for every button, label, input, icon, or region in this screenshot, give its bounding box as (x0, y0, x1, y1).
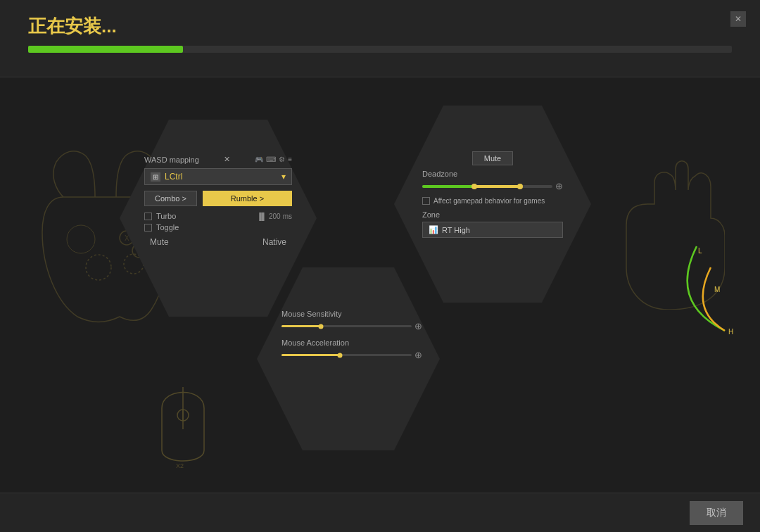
acceleration-icon: ⊕ (414, 350, 422, 360)
zone-dropdown[interactable]: 📊 RT High (422, 222, 563, 238)
sensitivity-slider-row: ⊕ (281, 321, 422, 331)
deadzone-label: Deadzone (422, 170, 563, 178)
progress-bar-fill (28, 46, 183, 53)
acceleration-thumb[interactable] (338, 353, 343, 357)
turbo-checkbox[interactable] (144, 213, 152, 220)
zone-value: RT High (442, 226, 470, 234)
mapping-footer: Mute Native (144, 236, 292, 248)
deadzone-panel: Mute Deadzone ⊕ Affect gamepad behavior … (422, 151, 563, 238)
mapping-header-icons: 🎮 ⌨ ⚙ ≡ (255, 156, 292, 163)
affect-label: Affect gamepad behavior for games (433, 197, 545, 205)
zone-bars-icon: 📊 (429, 225, 438, 234)
deadzone-slider-icon: ⊕ (555, 181, 563, 191)
acceleration-label: Mouse Acceleration (281, 338, 422, 347)
arc-container: H M L (654, 232, 739, 345)
deadzone-fill-green (422, 185, 474, 188)
page-title: 正在安装... (28, 14, 117, 39)
mapping-header: WASD mapping ✕ 🎮 ⌨ ⚙ ≡ (144, 155, 292, 164)
acceleration-slider-row: ⊕ (281, 350, 422, 360)
svg-text:X2: X2 (176, 462, 184, 469)
sensitivity-label: Mouse Sensitivity (281, 310, 422, 318)
sensitivity-icon: ⊕ (414, 321, 422, 331)
toggle-row: Toggle (144, 223, 292, 232)
icon-wifi: ≡ (288, 156, 292, 163)
svg-point-9 (86, 255, 111, 280)
cancel-button[interactable]: 取消 (690, 501, 743, 525)
key-dropdown-left: ⊞ LCtrl (151, 172, 182, 182)
rumble-button[interactable]: Rumble > (203, 191, 292, 206)
dropdown-arrow-icon: ▾ (281, 172, 286, 182)
combo-row: Combo > Rumble > (144, 191, 292, 206)
mouse-panel: Mouse Sensitivity ⊕ Mouse Acceleration ⊕ (281, 310, 422, 367)
close-button[interactable]: ✕ (730, 11, 746, 27)
mapping-close-icon[interactable]: ✕ (224, 155, 230, 164)
key-flag: ⊞ (151, 172, 160, 182)
mouse-outline: X2 (155, 373, 211, 464)
mapping-panel: WASD mapping ✕ 🎮 ⌨ ⚙ ≡ ⊞ LCtrl ▾ Combo >… (144, 155, 292, 248)
sensitivity-thumb[interactable] (318, 324, 323, 329)
main-content: Y X B A X2 (0, 77, 760, 493)
mapping-title-label: WASD mapping (144, 156, 199, 164)
native-button[interactable]: Native (257, 236, 292, 248)
svg-text:M: M (714, 286, 720, 293)
icon-keyboard: ⌨ (266, 156, 276, 163)
acceleration-fill (281, 354, 340, 356)
icon-gamepad: 🎮 (255, 156, 263, 163)
deadzone-slider-track[interactable] (422, 185, 552, 188)
turbo-label: Turbo (156, 212, 176, 220)
combo-button[interactable]: Combo > (144, 191, 197, 206)
deadzone-thumb-left[interactable] (471, 184, 477, 189)
acceleration-slider-track[interactable] (281, 354, 412, 356)
sensitivity-slider-track[interactable] (281, 325, 412, 327)
turbo-value: ▐▌ 200 ms (257, 213, 292, 220)
icon-settings: ⚙ (279, 156, 285, 163)
bottom-bar: 取消 (0, 493, 760, 532)
affect-checkbox[interactable] (422, 197, 430, 205)
turbo-ms-unit: ms (283, 213, 292, 220)
toggle-label: Toggle (156, 223, 179, 232)
deadzone-mute-button[interactable]: Mute (472, 151, 513, 165)
svg-point-0 (67, 225, 95, 253)
deadzone-thumb-right[interactable] (517, 184, 523, 189)
key-value: LCtrl (165, 172, 182, 182)
turbo-row: Turbo ▐▌ 200 ms (144, 212, 292, 220)
sensitivity-fill (281, 325, 321, 327)
affect-row: Affect gamepad behavior for games (422, 197, 563, 205)
mute-button[interactable]: Mute (144, 236, 175, 248)
key-dropdown[interactable]: ⊞ LCtrl ▾ (144, 168, 292, 185)
top-bar: 正在安装... ✕ (0, 0, 760, 77)
zone-label: Zone (422, 210, 563, 219)
turbo-ms-value: 200 (269, 213, 281, 220)
deadzone-fill-yellow (474, 185, 520, 188)
progress-bar-container (28, 46, 732, 53)
svg-text:H: H (728, 328, 733, 336)
toggle-checkbox[interactable] (144, 224, 152, 232)
deadzone-slider-row: ⊕ (422, 181, 563, 191)
turbo-bars-icon: ▐▌ (257, 213, 267, 220)
svg-text:L: L (698, 247, 702, 255)
